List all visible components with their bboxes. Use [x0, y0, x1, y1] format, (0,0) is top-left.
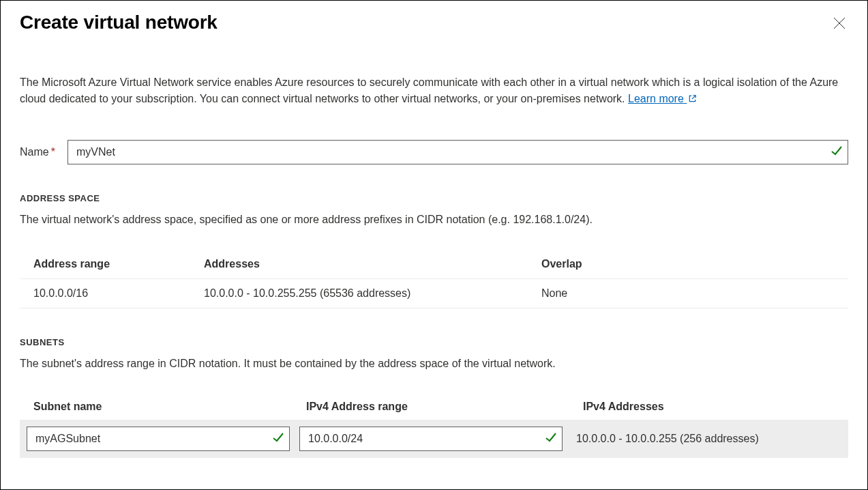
name-input[interactable]	[68, 140, 848, 164]
col-addresses: Addresses	[204, 258, 541, 270]
name-input-wrap	[68, 140, 848, 164]
address-space-heading: ADDRESS SPACE	[20, 193, 848, 203]
address-table-row[interactable]: 10.0.0.0/16 10.0.0.0 - 10.0.255.255 (655…	[20, 279, 848, 308]
subnet-table-row: 10.0.0.0 - 10.0.0.255 (256 addresses)	[20, 420, 848, 458]
cell-address-range: 10.0.0.0/16	[33, 287, 204, 300]
address-table-header: Address range Addresses Overlap	[20, 250, 848, 279]
subnet-range-input[interactable]	[299, 427, 563, 451]
col-subnet-addresses: IPv4 Addresses	[579, 401, 835, 413]
address-space-description: The virtual network's address space, spe…	[20, 212, 848, 228]
learn-more-label: Learn more	[628, 93, 684, 104]
close-icon	[833, 17, 845, 29]
cell-overlap: None	[541, 287, 835, 300]
subnets-table: Subnet name IPv4 Address range IPv4 Addr…	[20, 394, 848, 458]
header-row: Create virtual network	[20, 12, 848, 35]
learn-more-link[interactable]: Learn more	[628, 93, 697, 104]
subnet-table-header: Subnet name IPv4 Address range IPv4 Addr…	[20, 394, 848, 420]
external-link-icon	[688, 94, 697, 103]
intro-text: The Microsoft Azure Virtual Network serv…	[20, 76, 838, 104]
close-button[interactable]	[830, 14, 848, 35]
address-space-table: Address range Addresses Overlap 10.0.0.0…	[20, 250, 848, 308]
cell-addresses: 10.0.0.0 - 10.0.255.255 (65536 addresses…	[204, 287, 541, 300]
required-indicator: *	[51, 146, 55, 158]
subnet-name-input[interactable]	[27, 427, 290, 451]
intro-paragraph: The Microsoft Azure Virtual Network serv…	[20, 74, 848, 107]
col-address-range: Address range	[33, 258, 204, 270]
subnet-range-input-wrap	[299, 427, 563, 451]
col-overlap: Overlap	[541, 258, 835, 270]
subnets-description: The subnet's address range in CIDR notat…	[20, 356, 848, 372]
cell-subnet-addresses: 10.0.0.0 - 10.0.0.255 (256 addresses)	[572, 433, 841, 445]
name-label: Name*	[20, 146, 55, 158]
name-field-row: Name*	[20, 140, 848, 164]
col-subnet-range: IPv4 Address range	[306, 401, 579, 413]
subnets-heading: SUBNETS	[20, 337, 848, 347]
col-subnet-name: Subnet name	[33, 401, 306, 413]
create-vnet-panel: Create virtual network The Microsoft Azu…	[1, 1, 867, 489]
subnet-name-input-wrap	[27, 427, 290, 451]
page-title: Create virtual network	[20, 12, 218, 33]
name-label-text: Name	[20, 146, 49, 158]
